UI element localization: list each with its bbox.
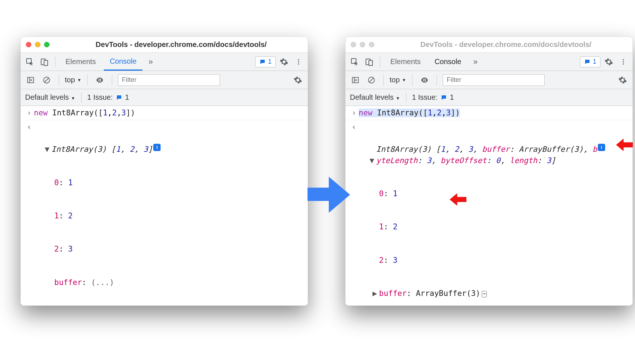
chevron-down-icon: ▼ <box>402 78 406 83</box>
info-badge-icon[interactable]: i <box>598 144 605 151</box>
input-chevron-icon: › <box>24 107 34 118</box>
object-prop-1[interactable]: 1: 2 <box>359 221 629 232</box>
filter-input[interactable] <box>118 74 220 86</box>
comparison-arrow-icon <box>305 171 352 218</box>
device-toggle-icon[interactable] <box>38 56 51 68</box>
clear-console-icon[interactable] <box>365 74 378 86</box>
object-prop-buffer[interactable]: buffer: (...) <box>34 277 304 288</box>
tab-console[interactable]: Console <box>429 53 467 71</box>
clear-console-icon[interactable] <box>40 74 53 86</box>
traffic-lights <box>26 42 50 47</box>
device-toggle-icon[interactable] <box>363 56 375 68</box>
object-prop-1[interactable]: 1: 2 <box>34 210 304 221</box>
console-settings-icon[interactable] <box>292 74 304 86</box>
window-title: DevTools - developer.chrome.com/docs/dev… <box>384 40 627 49</box>
title-bar[interactable]: DevTools - developer.chrome.com/docs/dev… <box>21 37 308 53</box>
settings-icon[interactable] <box>603 56 615 68</box>
svg-point-8 <box>99 79 100 81</box>
chevron-down-icon: ▼ <box>77 78 82 83</box>
kebab-menu-icon[interactable] <box>617 56 630 68</box>
tab-elements[interactable]: Elements <box>60 53 102 71</box>
issues-badge[interactable]: 1 <box>255 56 276 67</box>
live-expression-icon[interactable] <box>94 74 106 86</box>
live-expression-icon[interactable] <box>418 74 431 86</box>
kebab-menu-icon[interactable] <box>292 56 305 68</box>
svg-rect-11 <box>369 60 372 66</box>
console-input-row: › new Int8Array([1,2,3]) <box>346 106 632 120</box>
object-summary[interactable]: ▼Int8Array(3) [1, 2, 3, buffer: ArrayBuf… <box>359 144 629 166</box>
minimize-dot-icon[interactable] <box>35 42 40 47</box>
title-bar[interactable]: DevTools - developer.chrome.com/docs/dev… <box>346 37 632 53</box>
divider <box>112 75 112 86</box>
inspect-element-icon[interactable] <box>348 56 361 68</box>
divider <box>412 75 413 86</box>
log-levels-selector[interactable]: Default levels ▼ <box>350 93 400 102</box>
more-tabs-icon[interactable]: » <box>145 56 157 68</box>
log-levels-selector[interactable]: Default levels ▼ <box>25 93 75 102</box>
svg-point-12 <box>623 59 624 60</box>
console-output[interactable]: › new Int8Array([1,2,3]) ‹ ▼Int8Array(3)… <box>21 106 308 305</box>
issues-label: 1 Issue: <box>412 93 438 102</box>
object-prop-0[interactable]: 0: 1 <box>34 177 304 188</box>
info-badge-icon[interactable]: i <box>153 144 161 151</box>
svg-point-13 <box>623 61 624 62</box>
window-title: DevTools - developer.chrome.com/docs/dev… <box>60 40 303 49</box>
tab-elements[interactable]: Elements <box>384 53 426 71</box>
chat-icon <box>116 94 122 101</box>
console-settings-icon[interactable] <box>616 74 629 86</box>
expander-down-icon[interactable]: ▼ <box>45 144 51 155</box>
issues-link[interactable]: 1 Issue: 1 <box>87 93 129 102</box>
expander-down-icon[interactable]: ▼ <box>370 155 376 166</box>
divider <box>383 75 384 86</box>
close-dot-icon[interactable] <box>26 42 31 47</box>
issues-count: 1 <box>125 93 129 102</box>
console-input-row: › new Int8Array([1,2,3]) <box>21 106 308 120</box>
context-selector[interactable]: top▼ <box>65 76 82 84</box>
svg-point-14 <box>623 63 624 64</box>
issues-count: 1 <box>268 58 272 66</box>
issues-link[interactable]: 1 Issue: 1 <box>412 93 454 102</box>
svg-point-3 <box>298 59 299 60</box>
chat-icon <box>584 59 591 65</box>
callout-arrow-icon <box>616 138 633 152</box>
callout-arrow-icon <box>450 192 466 207</box>
divider <box>87 75 88 86</box>
filter-input[interactable] <box>443 74 545 86</box>
context-selector[interactable]: top▼ <box>390 76 406 84</box>
svg-rect-2 <box>44 60 48 66</box>
context-label: top <box>390 76 400 84</box>
divider <box>437 75 437 86</box>
issues-count: 1 <box>450 93 454 102</box>
svg-point-17 <box>424 79 425 81</box>
devtools-window-after: DevTools - developer.chrome.com/docs/dev… <box>345 36 633 306</box>
console-sidebar-toggle-icon[interactable] <box>349 74 362 86</box>
zoom-dot-icon[interactable] <box>369 42 374 47</box>
tab-console[interactable]: Console <box>104 53 142 71</box>
traffic-lights <box>351 42 374 47</box>
issues-count: 1 <box>593 58 596 66</box>
output-chevron-icon: ‹ <box>24 122 34 305</box>
tabs-bar: Elements Console » 1 <box>21 53 308 71</box>
more-tabs-icon[interactable]: » <box>469 56 482 68</box>
object-prop-2[interactable]: 2: 3 <box>34 244 304 254</box>
object-summary[interactable]: ▼Int8Array(3) [1, 2, 3] i <box>34 144 304 155</box>
divider <box>59 75 59 86</box>
inspect-element-icon[interactable] <box>24 56 36 68</box>
console-sidebar-toggle-icon[interactable] <box>24 74 37 86</box>
object-prop-buffer[interactable]: ▶buffer: ArrayBuffer(3)┅ <box>359 288 629 299</box>
issues-badge[interactable]: 1 <box>580 56 600 67</box>
divider <box>380 56 380 67</box>
settings-icon[interactable] <box>278 56 290 68</box>
zoom-dot-icon[interactable] <box>44 42 50 47</box>
close-dot-icon[interactable] <box>351 42 356 47</box>
object-prop-2[interactable]: 2: 3 <box>359 255 629 266</box>
minimize-dot-icon[interactable] <box>360 42 365 47</box>
divider <box>81 92 82 103</box>
object-prop-0[interactable]: 0: 1 <box>359 188 629 199</box>
svg-point-5 <box>298 63 299 64</box>
memory-inspector-icon[interactable]: ┅ <box>482 291 487 297</box>
expander-right-icon[interactable]: ▶ <box>372 288 379 299</box>
devtools-window-before: DevTools - developer.chrome.com/docs/dev… <box>20 36 308 306</box>
levels-bar: Default levels ▼ 1 Issue: 1 <box>346 89 632 106</box>
console-output[interactable]: › new Int8Array([1,2,3]) ‹ ▼Int8Array(3)… <box>346 106 632 305</box>
